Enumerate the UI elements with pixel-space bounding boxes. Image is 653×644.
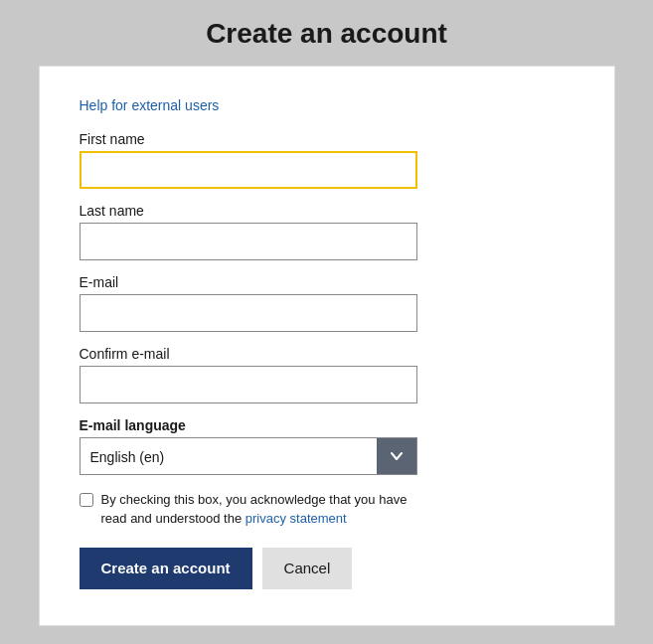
privacy-statement-link[interactable]: privacy statement: [245, 511, 347, 526]
last-name-input[interactable]: [80, 223, 417, 260]
first-name-group: First name: [80, 131, 574, 189]
help-link[interactable]: Help for external users: [80, 97, 220, 113]
cancel-button[interactable]: Cancel: [262, 548, 353, 589]
email-language-label: E-mail language: [80, 417, 574, 433]
email-language-group: E-mail language English (en): [80, 417, 574, 475]
privacy-checkbox-row: By checking this box, you acknowledge th…: [80, 491, 417, 527]
email-language-dropdown-button[interactable]: [377, 438, 416, 474]
privacy-checkbox[interactable]: [80, 493, 93, 507]
email-label: E-mail: [80, 274, 574, 290]
email-input[interactable]: [80, 294, 417, 332]
email-group: E-mail: [80, 274, 574, 332]
create-account-button[interactable]: Create an account: [80, 548, 252, 589]
page-title: Create an account: [206, 18, 447, 50]
confirm-email-group: Confirm e-mail: [80, 346, 574, 403]
privacy-checkbox-label: By checking this box, you acknowledge th…: [101, 491, 417, 527]
confirm-email-label: Confirm e-mail: [80, 346, 574, 362]
first-name-label: First name: [80, 131, 574, 147]
confirm-email-input[interactable]: [80, 366, 417, 403]
chevron-down-icon: [390, 449, 404, 463]
button-row: Create an account Cancel: [80, 548, 574, 589]
form-card: Help for external users First name Last …: [39, 66, 615, 625]
last-name-group: Last name: [80, 203, 574, 260]
email-language-selected-value: English (en): [81, 438, 377, 474]
email-language-select-wrapper[interactable]: English (en): [80, 437, 417, 475]
last-name-label: Last name: [80, 203, 574, 219]
first-name-input[interactable]: [80, 151, 417, 189]
